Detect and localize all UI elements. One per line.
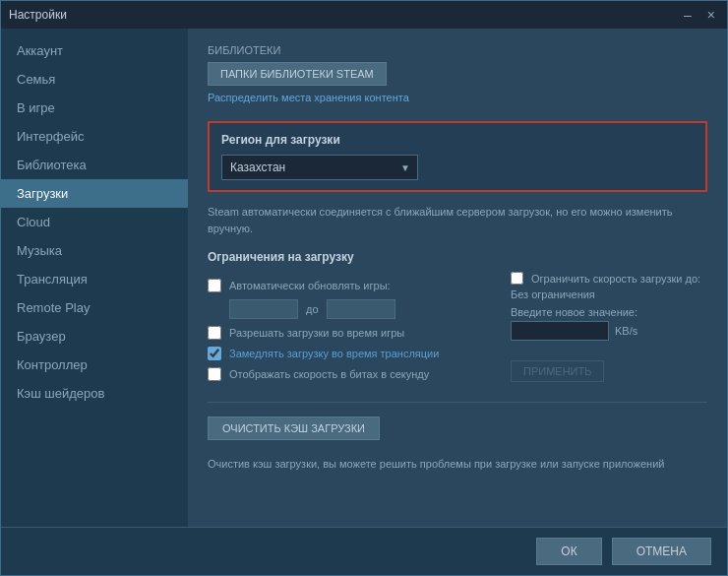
kbs-input[interactable] xyxy=(511,321,609,341)
region-info-text: Steam автоматически соединяется с ближай… xyxy=(208,204,707,236)
content-area: Аккаунт Семья В игре Интерфейс Библиотек… xyxy=(1,29,727,527)
titlebar: Настройки – × xyxy=(1,1,727,29)
show-bits-label: Отображать скорость в битах в секунду xyxy=(229,368,429,380)
sidebar-item-music[interactable]: Музыка xyxy=(1,236,188,265)
distribute-link[interactable]: Распределить места хранения контента xyxy=(208,92,409,103)
sidebar: Аккаунт Семья В игре Интерфейс Библиотек… xyxy=(1,29,188,527)
no-limit-text: Без ограничения xyxy=(511,288,707,300)
window-title: Настройки xyxy=(9,8,67,22)
minimize-button[interactable]: – xyxy=(680,7,696,23)
throttle-broadcast-checkbox[interactable] xyxy=(208,347,221,360)
download-ingame-row: Разрешать загрузки во время игры xyxy=(208,326,491,340)
sidebar-item-remoteplay[interactable]: Remote Play xyxy=(1,293,188,322)
sidebar-item-controller[interactable]: Контроллер xyxy=(1,351,188,379)
cancel-button[interactable]: ОТМЕНА xyxy=(612,538,711,565)
autoupdate-input-left[interactable] xyxy=(229,299,298,319)
limit-speed-label: Ограничить скорость загрузки до: xyxy=(531,273,700,285)
sidebar-item-browser[interactable]: Браузер xyxy=(1,322,188,351)
autoupdate-input-row: до xyxy=(229,299,491,319)
sidebar-item-broadcast[interactable]: Трансляция xyxy=(1,265,188,293)
clear-cache-info: Очистив кэш загрузки, вы можете решить п… xyxy=(208,456,707,473)
region-select-wrapper: Казахстан Россия Германия США ▼ xyxy=(221,155,418,180)
region-label: Регион для загрузки xyxy=(221,133,694,147)
titlebar-controls: – × xyxy=(680,7,719,23)
sidebar-item-interface[interactable]: Интерфейс xyxy=(1,122,188,151)
show-bits-checkbox[interactable] xyxy=(208,367,221,381)
right-column: Ограничить скорость загрузки до: Без огр… xyxy=(511,272,707,388)
до-label: до xyxy=(306,303,319,315)
left-column: Автоматически обновлять игры: до Разреша… xyxy=(208,272,491,388)
limits-columns: Автоматически обновлять игры: до Разреша… xyxy=(208,272,707,388)
sidebar-item-cloud[interactable]: Cloud xyxy=(1,208,188,236)
kbs-row: KB/s xyxy=(511,321,707,341)
footer: ОК ОТМЕНА xyxy=(1,527,727,575)
limits-title: Ограничения на загрузку xyxy=(208,250,707,264)
clear-cache-button[interactable]: ОЧИСТИТЬ КЭШ ЗАГРУЗКИ xyxy=(208,416,380,440)
libraries-label: Библиотеки xyxy=(208,44,707,56)
autoupdate-row: Автоматически обновлять игры: xyxy=(208,279,491,292)
sidebar-item-shadercache[interactable]: Кэш шейдеров xyxy=(1,379,188,408)
ok-button[interactable]: ОК xyxy=(536,538,601,565)
sidebar-item-downloads[interactable]: Загрузки xyxy=(1,179,188,208)
sidebar-item-family[interactable]: Семья xyxy=(1,65,188,94)
autoupdate-label: Автоматически обновлять игры: xyxy=(229,280,391,291)
main-content: Библиотеки ПАПКИ БИБЛИОТЕКИ STEAM Распре… xyxy=(188,29,727,527)
download-ingame-label: Разрешать загрузки во время игры xyxy=(229,327,404,339)
throttle-broadcast-row: Замедлять загрузку во время трансляции xyxy=(208,347,491,360)
autoupdate-checkbox[interactable] xyxy=(208,279,221,292)
download-ingame-checkbox[interactable] xyxy=(208,326,221,340)
divider xyxy=(208,402,707,403)
region-select[interactable]: Казахстан Россия Германия США xyxy=(221,155,418,180)
autoupdate-input-right[interactable] xyxy=(327,299,395,319)
region-section: Регион для загрузки Казахстан Россия Гер… xyxy=(208,121,707,192)
enter-value-label: Введите новое значение: xyxy=(511,306,707,318)
kbs-label: KB/s xyxy=(615,325,637,337)
throttle-broadcast-label: Замедлять загрузку во время трансляции xyxy=(229,348,439,359)
steam-folders-button[interactable]: ПАПКИ БИБЛИОТЕКИ STEAM xyxy=(208,62,387,86)
settings-window: Настройки – × Аккаунт Семья В игре Интер… xyxy=(0,0,728,576)
apply-button: ПРИМЕНИТЬ xyxy=(511,360,604,382)
sidebar-item-ingame[interactable]: В игре xyxy=(1,94,188,122)
show-bits-row: Отображать скорость в битах в секунду xyxy=(208,367,491,381)
limit-speed-checkbox[interactable] xyxy=(511,272,523,285)
sidebar-item-library[interactable]: Библиотека xyxy=(1,151,188,179)
close-button[interactable]: × xyxy=(703,7,719,23)
limit-speed-row: Ограничить скорость загрузки до: xyxy=(511,272,707,285)
sidebar-item-account[interactable]: Аккаунт xyxy=(1,36,188,65)
